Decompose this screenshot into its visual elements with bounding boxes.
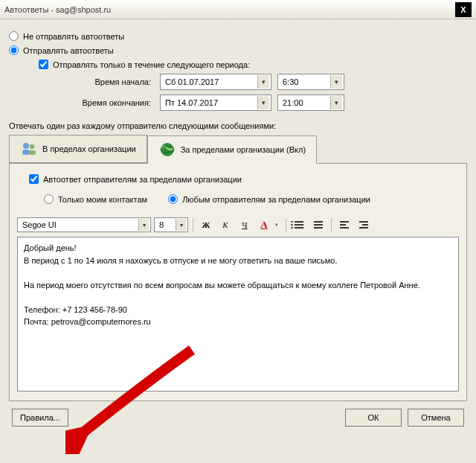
radio-contacts-only[interactable]: Только моим контактам [44,194,147,204]
check-period-label: Отправлять только в течение следующего п… [53,60,250,69]
chevron-down-icon: ▾ [330,96,342,109]
format-toolbar: Segoe UI ▾ 8 ▾ Ж К Ч А ▾ [17,216,459,237]
end-label: Время окончания: [65,98,154,107]
underline-button[interactable]: Ч [237,217,253,232]
start-time-combo[interactable]: 6:30 ▾ [277,74,344,90]
indent-icon [359,221,368,229]
radio-send-input[interactable] [9,45,19,55]
toolbar-sep [193,218,193,232]
cancel-button[interactable]: Отмена [408,409,464,427]
bullet-list-button[interactable] [291,217,307,232]
svg-point-0 [23,143,29,149]
svg-rect-3 [29,150,36,155]
check-autoresp-outside-label: Автоответ отправителям за пределами орга… [43,175,242,184]
font-value: Segoe UI [22,220,57,229]
fontsize-value: 8 [159,220,164,229]
period-block: Время начала: Сб 01.07.2017 ▾ 6:30 ▾ Вре… [65,74,467,111]
outdent-button[interactable] [336,217,353,232]
globe-icon [158,141,176,159]
check-period-input[interactable] [39,60,48,69]
tab-inside-label: В пределах организации [42,144,136,153]
indent-button[interactable] [356,217,372,232]
bullet-list-icon [295,221,303,229]
check-autoresp-outside[interactable]: Автоответ отправителям за пределами орга… [29,174,459,184]
svg-rect-2 [22,150,30,155]
message-editor[interactable]: Добрый день! В период с 1 по 14 июля я н… [17,237,459,392]
radio-any-sender[interactable]: Любым отправителям за пределами организа… [168,194,370,204]
number-list-icon [314,221,323,229]
dialog-button-row: Правила... ОК Отмена [9,401,467,430]
chevron-down-icon: ▾ [176,219,186,231]
chevron-down-icon: ▾ [138,219,149,231]
font-color-drop[interactable]: ▾ [275,222,281,228]
start-date-value: Сб 01.07.2017 [165,77,257,86]
radio-contacts-only-input[interactable] [44,194,54,204]
radio-send[interactable]: Отправлять автоответы [9,45,467,55]
tab-outside-org[interactable]: За пределами организации (Вкл) [147,135,317,164]
start-date-combo[interactable]: Сб 01.07.2017 ▾ [160,74,271,90]
font-color-button[interactable]: А [256,217,272,232]
toolbar-sep [331,218,332,232]
start-time-value: 6:30 [283,77,330,86]
radio-any-sender-label: Любым отправителям за пределами организа… [182,195,370,204]
dialog-content: Не отправлять автоответы Отправлять авто… [0,19,476,435]
radio-do-not-send-label: Не отправлять автоответы [23,32,124,41]
radio-contacts-only-label: Только моим контактам [58,195,147,204]
fontsize-combo[interactable]: 8 ▾ [154,217,188,232]
reply-label: Отвечать один раз каждому отправителю сл… [9,121,467,130]
radio-do-not-send-input[interactable] [9,31,19,41]
close-button[interactable]: X [455,2,472,17]
outdent-icon [340,221,349,229]
radio-do-not-send[interactable]: Не отправлять автоответы [9,31,467,41]
window-title: Автоответы - sag@shpost.ru [4,5,455,14]
end-date-combo[interactable]: Пт 14.07.2017 ▾ [160,95,271,111]
check-period[interactable]: Отправлять только в течение следующего п… [39,60,467,69]
font-combo[interactable]: Segoe UI ▾ [17,217,151,232]
close-icon: X [460,5,466,14]
start-label: Время начала: [65,77,154,86]
end-date-value: Пт 14.07.2017 [165,98,257,107]
tab-strip: В пределах организации За пределами орга… [9,135,467,163]
tab-inside-org[interactable]: В пределах организации [9,135,147,163]
chevron-down-icon: ▾ [330,75,342,89]
svg-point-1 [30,144,34,149]
check-autoresp-outside-input[interactable] [29,174,39,184]
radio-any-sender-input[interactable] [168,194,178,204]
chevron-down-icon: ▾ [257,96,269,109]
end-time-combo[interactable]: 21:00 ▾ [277,95,344,111]
end-time-value: 21:00 [283,98,330,107]
title-bar: Автоответы - sag@shpost.ru X [0,0,476,19]
tab-outside-label: За пределами организации (Вкл) [181,145,306,154]
toolbar-sep [286,218,286,232]
bold-button[interactable]: Ж [198,217,214,232]
people-icon [20,140,38,158]
rules-button[interactable]: Правила... [12,409,68,427]
ok-button[interactable]: ОК [345,409,402,427]
radio-send-label: Отправлять автоответы [23,46,114,55]
chevron-down-icon: ▾ [257,75,269,89]
italic-button[interactable]: К [217,217,234,232]
tab-panel-outside: Автоответ отправителям за пределами орга… [9,163,467,401]
number-list-button[interactable] [310,217,327,232]
